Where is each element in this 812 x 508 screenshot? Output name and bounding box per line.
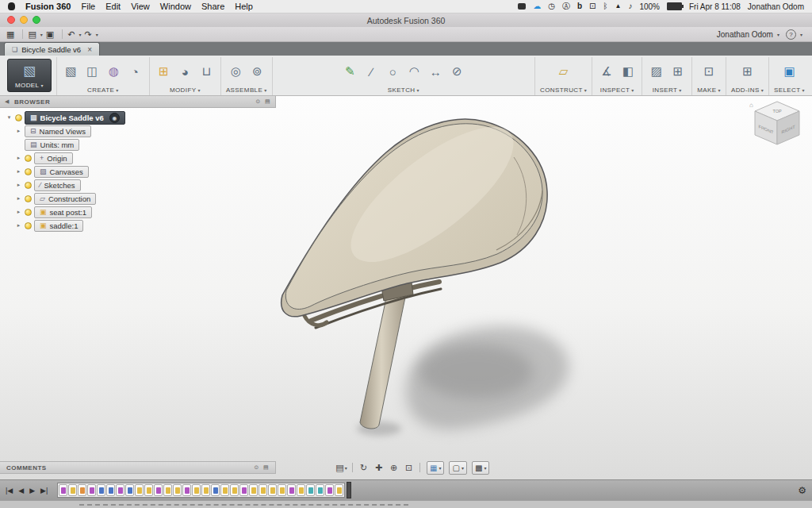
timeline-scrollbar[interactable] — [0, 500, 812, 508]
timeline-go-to-end-button[interactable]: ▶| — [40, 487, 48, 495]
account-menu[interactable]: Jonathan Odom — [717, 30, 773, 39]
circle-a-icon[interactable]: Ⓐ — [562, 2, 570, 10]
browser-item[interactable]: ▣ seat post:1 — [34, 206, 92, 218]
timeline-sketch-feature-icon[interactable] — [325, 484, 334, 496]
zoom-window-button[interactable] — [33, 16, 40, 24]
browser-item[interactable]: ▤ Units: mm — [25, 139, 79, 151]
browser-root-row[interactable]: ▾ ▤ Bicycle Saddle v6 ◉ — [6, 112, 276, 123]
insert-menu[interactable]: INSERT▾ — [653, 85, 682, 94]
scripts-addins-icon[interactable]: ⊞ — [738, 62, 756, 81]
disclosure-arrow[interactable]: ▸ — [15, 155, 22, 161]
menu-share[interactable]: Share — [201, 2, 224, 11]
create-cylinder-icon[interactable]: ◫ — [83, 62, 102, 81]
create-sketch-icon[interactable]: ✎ — [341, 62, 359, 81]
shell-icon[interactable]: ⊔ — [197, 62, 216, 81]
timeline-feature-feature-icon[interactable] — [173, 484, 182, 496]
timeline-feature-feature-icon[interactable] — [249, 484, 258, 496]
volume-icon[interactable]: ♪ — [628, 2, 632, 10]
display-settings-dropdown[interactable]: ▦ ▾ — [427, 461, 444, 475]
file-menu-icon[interactable]: ▤ — [28, 29, 36, 40]
fillet-icon[interactable]: ◕ — [176, 62, 194, 81]
assemble-menu[interactable]: ASSEMBLE▾ — [226, 85, 267, 94]
timeline-feature-feature-icon[interactable] — [68, 484, 77, 496]
modify-menu[interactable]: MODIFY▾ — [170, 85, 201, 94]
create-sphere-icon[interactable]: ◍ — [105, 62, 123, 81]
menu-view[interactable]: View — [131, 2, 150, 11]
make-menu[interactable]: MAKE▾ — [697, 85, 721, 94]
sketch-circle-icon[interactable]: ○ — [384, 62, 402, 81]
browser-row-canvases[interactable]: ▸ ▨ Canvases — [6, 166, 276, 177]
comments-options-icon[interactable]: ▤ — [263, 464, 269, 471]
menu-window[interactable]: Window — [160, 2, 191, 11]
visibility-bulb[interactable] — [25, 195, 32, 202]
browser-options-icon[interactable]: ▤ — [265, 98, 270, 105]
timeline-feature-feature-icon[interactable] — [297, 484, 305, 496]
clock-icon[interactable]: ◷ — [548, 2, 555, 10]
disclosure-arrow[interactable]: ▸ — [15, 209, 22, 215]
zoom-icon[interactable]: ⊕ — [388, 461, 400, 474]
sketch-dimension-icon[interactable]: ↔ — [427, 62, 445, 81]
browser-row-saddle[interactable]: ▸ ▣ saddle:1 — [6, 220, 276, 231]
browser-filter-icon[interactable]: ⊙ — [256, 98, 261, 105]
select-tool-icon[interactable]: ▣ — [780, 62, 799, 81]
timeline-feature-feature-icon[interactable] — [268, 484, 277, 496]
disclosure-arrow[interactable]: ▸ — [15, 222, 22, 229]
timeline-sketch-feature-icon[interactable] — [59, 484, 67, 496]
sketch-line-icon[interactable]: ∕ — [362, 62, 381, 81]
browser-root-item[interactable]: ▤ Bicycle Saddle v6 ◉ — [25, 111, 125, 125]
addins-menu[interactable]: ADD-INS▾ — [731, 85, 764, 94]
visibility-bulb[interactable] — [25, 168, 32, 175]
timeline-joint-feature-icon[interactable] — [211, 484, 220, 496]
press-pull-icon[interactable]: ⊞ — [155, 62, 173, 81]
browser-row-construction[interactable]: ▸ ▱ Construction — [6, 193, 276, 204]
timeline-feature-feature-icon[interactable] — [135, 484, 144, 496]
window-titlebar[interactable]: Autodesk Fusion 360 — [0, 13, 812, 28]
browser-item[interactable]: ⊟ Named Views — [25, 125, 91, 137]
close-window-button[interactable] — [7, 16, 15, 24]
visibility-bulb[interactable] — [25, 182, 32, 189]
eye-icon[interactable]: ◉ — [109, 113, 120, 123]
timeline-joint-feature-icon[interactable] — [97, 484, 105, 496]
tab-close-icon[interactable]: × — [87, 45, 92, 54]
workspace-switcher[interactable]: ▧ MODEL▾ — [7, 59, 52, 92]
menubar-user[interactable]: Jonathan Odom — [748, 2, 804, 11]
measure-icon[interactable]: ∡ — [597, 62, 615, 81]
browser-item[interactable]: ▱ Construction — [34, 193, 96, 205]
menu-file[interactable]: File — [81, 2, 95, 11]
sketch-trim-icon[interactable]: ⊘ — [448, 62, 466, 81]
menu-help[interactable]: Help — [235, 2, 253, 11]
timeline-joint-feature-icon[interactable] — [125, 484, 134, 496]
cloud-icon[interactable]: ☁ — [533, 2, 541, 10]
app-grid-icon[interactable]: ▦ — [6, 29, 14, 40]
redo-button[interactable]: ↷ — [84, 29, 91, 40]
sketch-menu[interactable]: SKETCH▾ — [388, 85, 419, 94]
3d-print-icon[interactable]: ⊡ — [700, 62, 718, 81]
attached-canvas-icon[interactable]: ⊞ — [668, 62, 687, 81]
timeline-sketch-feature-icon[interactable] — [116, 484, 124, 496]
menubar-clock[interactable]: Fri Apr 8 11:08 — [689, 2, 741, 11]
visibility-bulb[interactable] — [25, 222, 32, 229]
timeline-feature-feature-icon[interactable] — [259, 484, 267, 496]
browser-item[interactable]: + Origin — [34, 152, 73, 164]
visibility-bulb[interactable] — [25, 209, 32, 216]
browser-item[interactable]: ▣ saddle:1 — [34, 220, 83, 232]
create-coil-icon[interactable]: ◔ — [126, 62, 144, 81]
browser-row-sketches[interactable]: ▸ ∕ Sketches — [6, 179, 276, 190]
sketch-arc-icon[interactable]: ◠ — [405, 62, 423, 81]
create-box-icon[interactable]: ▧ — [62, 62, 80, 81]
disclosure-arrow[interactable]: ▾ — [6, 114, 13, 121]
timeline-sketch-feature-icon[interactable] — [154, 484, 163, 496]
disclosure-arrow[interactable]: ▸ — [15, 128, 22, 134]
orbit-icon[interactable]: ↻ — [358, 461, 370, 474]
create-menu[interactable]: CREATE▾ — [87, 85, 119, 94]
collapse-panel-icon[interactable]: ◀ — [5, 98, 10, 105]
construction-plane-icon[interactable]: ▱ — [554, 62, 573, 81]
b-app-icon[interactable]: b — [577, 2, 582, 10]
timeline-sketch-feature-icon[interactable] — [87, 484, 96, 496]
fit-view-icon[interactable]: ⊡ — [403, 461, 415, 474]
timeline-sketch-feature-icon[interactable] — [287, 484, 296, 496]
timeline-feature-feature-icon[interactable] — [335, 484, 343, 496]
timeline-plane-feature-icon[interactable] — [78, 484, 86, 496]
timeline-feature-feature-icon[interactable] — [163, 484, 172, 496]
comments-bar[interactable]: COMMENTS ⊙ ▤ — [0, 461, 276, 474]
